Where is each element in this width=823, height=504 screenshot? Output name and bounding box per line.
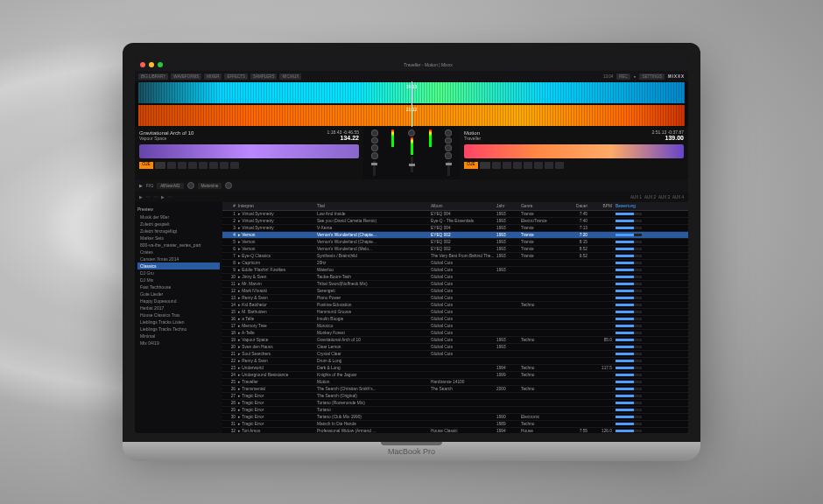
table-row[interactable]: 13▸ Remy & SvenPiano PowerGlobal Cuts	[222, 295, 688, 302]
deck-a-loop-in[interactable]	[209, 162, 218, 169]
fx-unit-1-select[interactable]: AllNearAll2	[157, 183, 183, 189]
table-row[interactable]: 15▸ M. BarhuizenHammurid GrooveGlobal Cu…	[222, 309, 688, 316]
ch1-gain-knob[interactable]	[371, 130, 378, 136]
table-row[interactable]: 23▸ UnderworldDark & Long1994Techno117.5	[222, 365, 688, 372]
deck-a-overview[interactable]	[139, 144, 359, 158]
sidebar-item[interactable]: Herbst 2017	[137, 304, 220, 312]
table-row[interactable]: 20▸ Sven den HaussClear LemonGlobal Cuts…	[222, 344, 688, 351]
table-row[interactable]: 3▸ Virtual SymmetryV-XemaEYEQ 0041993Tra…	[222, 225, 688, 232]
table-row[interactable]: 25▸ TravellerMotionHardtrance 14100	[222, 379, 688, 386]
deck-b-overview[interactable]	[464, 144, 684, 158]
table-row[interactable]: 16▸ a TelleInsulin BoogieGlobal Cuts	[222, 316, 688, 323]
col-duration[interactable]: Dauer	[563, 204, 587, 208]
fx1-meta-knob[interactable]	[187, 182, 194, 189]
aux-1-label[interactable]: AUX 1	[630, 195, 642, 200]
table-row[interactable]: 10▸ Jinny & SvenTaube-Boom-TashGlobal Cu…	[222, 274, 688, 281]
sidebar-item[interactable]: Lieblings Tracks Techno	[137, 326, 220, 332]
fx-unit-2-select[interactable]: Metamine	[198, 183, 222, 189]
table-row[interactable]: 18▸ A-TelleMonkey ForestGlobal Cuts	[222, 330, 688, 337]
sidebar-item[interactable]: Marker Sets	[137, 234, 220, 242]
fx2-meta-knob[interactable]	[225, 182, 232, 189]
ch2-mid-knob[interactable]	[445, 144, 452, 151]
col-genre[interactable]: Genre	[521, 204, 563, 208]
sidebar-item[interactable]: Gute Lieder	[137, 290, 220, 298]
deck-b-play-button[interactable]	[480, 162, 490, 169]
sampler-slot-2[interactable]	[153, 196, 158, 198]
col-year[interactable]: Jahr	[496, 204, 521, 208]
ch2-low-knob[interactable]	[445, 152, 452, 159]
minimize-icon[interactable]	[149, 62, 154, 67]
mixer-button[interactable]: MIXER	[204, 74, 222, 80]
table-row[interactable]: 27▸ Tragic ErrorThe Search (Original)	[222, 393, 688, 400]
ch1-mid-knob[interactable]	[371, 144, 378, 151]
sampler-slot-1[interactable]	[145, 196, 151, 198]
sidebar-item[interactable]: DJ Mix	[137, 276, 220, 284]
col-num[interactable]: #	[222, 204, 238, 208]
deck-b-sync-button[interactable]	[555, 162, 564, 169]
deck-b-hotcue-1[interactable]	[492, 162, 501, 169]
window-controls[interactable]	[135, 59, 168, 71]
tracklist-header[interactable]: # Interpret Titel Album Jahr Genre Dauer…	[222, 202, 688, 211]
table-row[interactable]: 11▸ Mr. MarvinTribal Sword(Nuffneck Mix)…	[222, 281, 688, 288]
table-row[interactable]: 32▸ Tori AmosProfessional Widow (Armand …	[222, 428, 688, 433]
deck-b-loop-out[interactable]	[545, 162, 553, 169]
crossfader[interactable]	[411, 157, 413, 172]
ch1-low-knob[interactable]	[371, 152, 378, 159]
play-icon[interactable]: ▶	[139, 195, 143, 200]
table-row[interactable]: 30▸ Tragic ErrorTariano (Club Mix 1990)1…	[222, 414, 688, 421]
table-row[interactable]: 12▸ Mark N'txaskiSerengetiGlobal Cuts	[222, 288, 688, 295]
rec-button[interactable]: REC	[616, 74, 630, 80]
col-title[interactable]: Titel	[317, 204, 431, 208]
ch2-fader[interactable]	[447, 161, 450, 176]
table-row[interactable]: 19▸ Vapour SpaceGravitational Arch of 10…	[222, 337, 688, 344]
deck-a-loop-out[interactable]	[220, 162, 229, 169]
deck-b-cue-button[interactable]: CUE	[464, 162, 478, 169]
deck-a-hotcue-1[interactable]	[167, 162, 176, 169]
sidebar-item[interactable]: DJ Gru	[137, 270, 220, 276]
aux-3-label[interactable]: AUX 3	[658, 195, 670, 200]
sidebar-item[interactable]: Happy Dopesound	[137, 298, 220, 304]
deck-a-hotcue-3[interactable]	[188, 162, 197, 169]
sidebar-item[interactable]: Mix 04/19	[137, 340, 220, 346]
deck-a-hotcue-4[interactable]	[199, 162, 208, 169]
table-row[interactable]: 4▸ VernonVernon's Wonderland (Chapte...E…	[222, 232, 688, 239]
sidebar-item[interactable]: Fast Techhouse	[137, 284, 220, 290]
deck-b-loop-in[interactable]	[534, 162, 543, 169]
samplers-button[interactable]: SAMPLERS	[250, 74, 278, 80]
big-library-button[interactable]: BIG LIBRARY	[138, 74, 168, 80]
sidebar-item[interactable]: Lieblings Tracks Listen	[137, 318, 220, 326]
deck-a-hotcue-2[interactable]	[178, 162, 186, 169]
table-row[interactable]: 7▸ Eye-Q ClassicsSynthesis / BrainchildT…	[222, 253, 688, 260]
deck-b-hotcue-3[interactable]	[513, 162, 522, 169]
table-row[interactable]: 2▸ Virtual SymmetrySee you (David Carret…	[222, 218, 688, 225]
col-bpm[interactable]: BPM	[587, 204, 615, 208]
sidebar-item[interactable]: Classics	[137, 262, 220, 270]
play-icon[interactable]: ▶	[139, 184, 143, 188]
table-row[interactable]: 22▸ Remy & SvenDrum & Long	[222, 358, 688, 365]
deck-b-hotcue-4[interactable]	[524, 162, 532, 169]
ch2-hi-knob[interactable]	[445, 137, 452, 144]
table-row[interactable]: 17▸ Memory TreeMoroccoGlobal Cuts	[222, 323, 688, 330]
sidebar-item[interactable]: House Classics Trax	[137, 312, 220, 318]
broadcast-icon[interactable]: ●	[634, 74, 637, 79]
table-row[interactable]: 24▸ Underground ResistanceKnights of the…	[222, 372, 688, 379]
overview-waveforms[interactable]: 19:13 21:12	[135, 81, 688, 127]
close-icon[interactable]	[140, 62, 145, 67]
col-rating[interactable]: Bewertung	[615, 204, 651, 208]
table-row[interactable]: 29▸ Tragic ErrorToriano	[222, 407, 688, 414]
sidebar-item[interactable]: 800-va-the_master_series_part	[137, 242, 220, 248]
table-row[interactable]: 14▸ Kid BatchelorPositive EducationGloba…	[222, 302, 688, 309]
aux-2-label[interactable]: AUX 2	[644, 195, 656, 200]
deck-a-sync-button[interactable]	[230, 162, 239, 169]
sidebar-item[interactable]: Zuletzt hinzugefügt	[137, 228, 220, 234]
maximize-icon[interactable]	[158, 62, 163, 67]
effects-button[interactable]: EFFECTS	[224, 74, 248, 80]
waveforms-button[interactable]: WAVEFORMS	[171, 74, 201, 80]
ch1-hi-knob[interactable]	[371, 137, 378, 144]
table-row[interactable]: 28▸ Tragic ErrorToriano (Rozemunde Mix)	[222, 400, 688, 407]
deck-b-bpm[interactable]: 139.00	[652, 135, 684, 141]
ch2-gain-knob[interactable]	[445, 130, 452, 136]
table-row[interactable]: 9▸ Eddie 'Flashin' FowlkesWaterlooGlobal…	[222, 267, 688, 274]
master-gain-knob[interactable]	[408, 130, 415, 136]
mic-aux-button[interactable]: MIC/AUX	[279, 74, 301, 80]
